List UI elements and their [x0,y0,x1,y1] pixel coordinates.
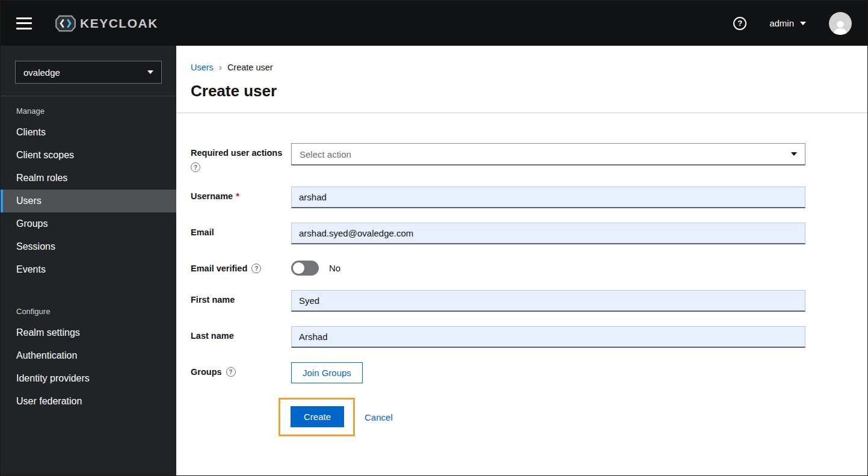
sidebar-item-realm-roles[interactable]: Realm roles [1,167,176,190]
help-icon-glyph: ? [737,19,742,28]
help-icon[interactable]: ? [226,367,236,377]
breadcrumb-separator-icon: › [219,62,222,72]
realm-selector[interactable]: ovaledge [15,61,162,84]
sidebar-item-authentication[interactable]: Authentication [1,344,176,367]
username-label: Username* [191,187,291,201]
keycloak-logo-icon [55,13,76,34]
help-icon[interactable]: ? [733,17,746,30]
form-row-groups: Groups ? Join Groups [191,362,853,383]
form-row-username: Username* [191,187,853,208]
help-icon[interactable]: ? [251,264,261,273]
cancel-link[interactable]: Cancel [365,412,393,422]
main-content: Users › Create user Create user Required… [176,46,867,475]
email-verified-label: Email verified ? [191,259,291,273]
hamburger-menu-icon[interactable] [16,17,32,29]
required-user-actions-label: Required user actions ? [191,143,291,172]
last-name-field[interactable] [291,326,805,348]
keycloak-admin-console: KEYCLOAK ? admin ovaledge [0,0,868,476]
caret-down-icon [147,70,153,74]
first-name-field[interactable] [291,290,805,312]
topbar-right: ? admin [733,12,852,35]
caret-down-icon [800,22,806,25]
breadcrumb-users-link[interactable]: Users [191,63,214,72]
toggle-knob [293,262,304,274]
sidebar-item-identity-providers[interactable]: Identity providers [1,367,176,390]
sidebar-item-sessions[interactable]: Sessions [1,235,176,258]
sidebar-section-configure: Configure [1,297,176,321]
groups-label: Groups ? [191,362,291,377]
realm-selector-label: ovaledge [23,67,60,78]
sidebar-item-user-federation[interactable]: User federation [1,390,176,413]
user-menu[interactable]: admin [769,18,806,28]
realm-selector-area: ovaledge [1,46,176,96]
breadcrumb-current: Create user [227,63,273,72]
sidebar-item-clients[interactable]: Clients [1,121,176,144]
create-button[interactable]: Create [291,406,344,427]
required-indicator: * [236,191,239,201]
help-icon[interactable]: ? [191,162,200,172]
person-icon [831,18,849,35]
highlight-annotation-box: Create [279,398,355,436]
form-row-required-user-actions: Required user actions ? Select action [191,143,853,172]
sidebar-item-groups[interactable]: Groups [1,212,176,235]
sidebar-item-realm-settings[interactable]: Realm settings [1,321,176,344]
sidebar-item-users[interactable]: Users [1,190,176,212]
user-menu-label: admin [769,18,794,28]
breadcrumb: Users › Create user [191,62,853,72]
keycloak-logo[interactable]: KEYCLOAK [55,13,158,34]
email-verified-state: No [329,263,340,273]
email-label: Email [191,223,291,237]
first-name-label: First name [191,290,291,304]
sidebar-item-events[interactable]: Events [1,258,176,281]
email-verified-toggle[interactable] [291,261,319,276]
sidebar-section-manage: Manage [1,96,176,121]
form-row-first-name: First name [191,290,853,312]
username-field[interactable] [291,187,805,208]
keycloak-wordmark: KEYCLOAK [80,16,158,31]
join-groups-button[interactable]: Join Groups [291,362,363,383]
required-user-actions-select[interactable]: Select action [291,143,805,165]
avatar[interactable] [829,12,852,35]
form-actions: Create Cancel [279,398,853,436]
email-field[interactable] [291,223,805,244]
form-row-email-verified: Email verified ? No [191,259,853,276]
create-user-form: Required user actions ? Select action [176,113,867,436]
form-row-last-name: Last name [191,326,853,348]
select-placeholder: Select action [300,149,351,159]
last-name-label: Last name [191,326,291,341]
page-title: Create user [191,82,853,100]
sidebar-item-client-scopes[interactable]: Client scopes [1,144,176,167]
caret-down-icon [791,152,797,156]
sidebar: ovaledge Manage Clients Client scopes Re… [1,46,176,475]
topbar: KEYCLOAK ? admin [1,1,867,46]
form-row-email: Email [191,223,853,244]
